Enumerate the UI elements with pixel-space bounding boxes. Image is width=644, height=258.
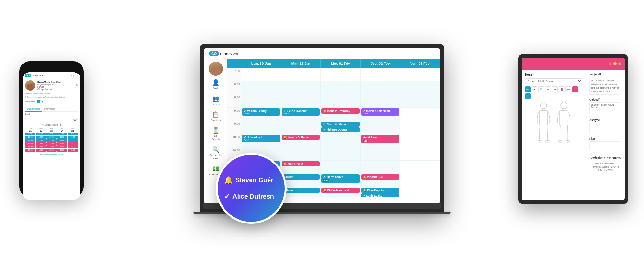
cell-thu-930 xyxy=(361,121,400,134)
cell-thu-1200[interactable]: 🔔 Élise Duprés ✓ Louis Lozito xyxy=(361,187,400,197)
slot[interactable]: 9:00 xyxy=(46,133,57,135)
time-830: 8:30 xyxy=(227,94,242,107)
slot[interactable]: 11:00 xyxy=(57,139,67,142)
phone-lang: English xyxy=(71,74,78,77)
cell-tue-1130: Cauvier xyxy=(281,174,321,187)
slot[interactable]: 14:00 xyxy=(46,145,57,148)
event-walid-akiki[interactable]: Walid Akiki 85$ xyxy=(361,135,399,143)
slot[interactable]: 9:00 xyxy=(68,133,78,135)
event-rivest[interactable]: N Rivest xyxy=(282,188,320,193)
cell-thu-800 xyxy=(361,81,400,94)
svg-rect-2 xyxy=(539,111,548,122)
drawing-select[interactable]: Examen Adulte Contour xyxy=(525,78,582,84)
cell-tue-900[interactable]: ✓ Laurie Blanchet Payé xyxy=(281,108,321,121)
slot[interactable]: 10:00 xyxy=(68,136,78,139)
cell-wed-930[interactable]: ✓ Charlotte Simard ✓ Philippe Daoust xyxy=(321,121,360,134)
slot[interactable]: 9:00 xyxy=(36,133,46,135)
cell-tue-830 xyxy=(281,94,321,107)
slot[interactable]: 13:00 xyxy=(25,142,35,145)
slot[interactable]: 11:00 xyxy=(46,139,57,142)
cell-wed-1130[interactable]: ✓ Pierre Sauvé 85$ xyxy=(321,174,360,187)
cell-wed-1200[interactable]: 🔔 Éloïse Marchand xyxy=(321,187,360,197)
tool-redo[interactable]: ↪ xyxy=(552,86,558,92)
cell-tue-730 xyxy=(281,68,321,81)
event-charlotte-simard[interactable]: ✓ Charlotte Simard xyxy=(321,122,359,127)
slot[interactable]: 15:00 xyxy=(36,149,46,152)
event-eloise-marchand[interactable]: 🔔 Éloïse Marchand xyxy=(321,188,359,193)
slot[interactable]: 10:00 xyxy=(57,136,67,139)
cell-thu-900[interactable]: ✓ Mélanie Falardeau Payé xyxy=(361,108,400,121)
tool-undo[interactable]: ↩ xyxy=(545,86,551,92)
phone-toggle[interactable] xyxy=(37,100,43,103)
cell-mon-1000[interactable]: ✓ Julie Albert Payé xyxy=(242,134,281,147)
tool-pencil[interactable]: ✏ xyxy=(525,86,531,92)
sidebar-item-dossiers[interactable]: 📋 Dossiers xyxy=(204,108,227,124)
phone-device: GO rendezvous English Rose-Marie Soulièr… xyxy=(19,61,84,197)
slot[interactable]: 13:00 xyxy=(46,142,57,145)
phone-tab-disponibilites[interactable]: Disponibilités xyxy=(25,107,42,112)
slot[interactable]: 15:00 xyxy=(57,149,67,152)
tablet-header xyxy=(522,58,625,70)
phone-clinic: Clinique Muvmā xyxy=(37,88,73,90)
slot[interactable]: 10:00 xyxy=(25,136,35,139)
event-loretta-di-paolo[interactable]: 🔔 Loretta Di Paolo xyxy=(282,135,320,140)
cell-fri-1130 xyxy=(400,174,440,187)
event-julie-albert[interactable]: ✓ Julie Albert Payé xyxy=(242,135,280,142)
cell-tue-1100[interactable]: 🔔 Marie Papin xyxy=(281,161,321,174)
slot[interactable]: 13:00 xyxy=(57,142,67,145)
slot[interactable]: 9:00 xyxy=(25,133,35,135)
event-melanie-falardeau[interactable]: ✓ Mélanie Falardeau Payé xyxy=(361,108,399,116)
event-william-landry[interactable]: ✓ William Landry Payé xyxy=(242,108,280,116)
slot[interactable]: 14:00 xyxy=(36,145,46,148)
cell-tue-1000[interactable]: 🔔 Loretta Di Paolo xyxy=(281,134,321,147)
slot[interactable]: 15:00 xyxy=(46,149,57,152)
slot[interactable]: 13:00 xyxy=(36,142,46,145)
slot[interactable]: 10:00 xyxy=(46,136,57,139)
event-elise-dupres[interactable]: 🔔 Élise Duprés xyxy=(361,188,399,193)
slot[interactable]: 9:00 xyxy=(57,133,67,135)
see-all-link[interactable]: Voir toutes les disponibilités xyxy=(25,153,78,156)
event-pierre-sauve[interactable]: ✓ Pierre Sauvé 85$ xyxy=(321,174,359,183)
tool-shape[interactable]: □ xyxy=(538,86,544,92)
cal-row-730: 7:30 xyxy=(227,68,440,81)
analyse-label: Analyse xyxy=(589,118,621,122)
sidebar-item-recherche[interactable]: 🔍 Recherche rendez xyxy=(204,144,227,163)
event-laurie-blanchet[interactable]: ✓ Laurie Blanchet Payé xyxy=(282,108,320,116)
slot[interactable]: 10:00 xyxy=(36,136,46,139)
event-vincent-sue[interactable]: 🔔 Vincent Sue xyxy=(361,174,399,180)
event-cauvier[interactable]: Cauvier xyxy=(282,174,320,180)
cell-wed-1100 xyxy=(321,161,360,174)
slot[interactable]: 11:00 xyxy=(36,139,46,142)
cell-thu-1000[interactable]: Walid Akiki 85$ xyxy=(361,134,400,147)
cell-tue-1200[interactable]: N Rivest xyxy=(281,187,321,197)
suivi-select[interactable] xyxy=(25,118,78,122)
tool-delete[interactable]: 🗑 xyxy=(559,86,564,92)
slot[interactable]: 11:00 xyxy=(25,139,35,142)
slot[interactable]: 11:00 xyxy=(68,139,78,142)
slot[interactable]: 15:00 xyxy=(68,149,78,152)
cell-wed-900[interactable]: 🔔 Isabelle Tremblay xyxy=(321,108,360,121)
slot[interactable]: 15:00 xyxy=(25,149,35,152)
slot[interactable]: 14:00 xyxy=(57,145,67,148)
event-marie-papin[interactable]: 🔔 Marie Papin xyxy=(282,161,320,166)
tool-color1[interactable] xyxy=(572,86,578,92)
cell-thu-1130[interactable]: 🔔 Vincent Sue xyxy=(361,174,400,187)
slot[interactable]: 14:00 xyxy=(25,145,35,148)
slot[interactable]: 13:00 xyxy=(68,142,78,145)
cell-mon-900[interactable]: ✓ William Landry Payé xyxy=(242,108,281,121)
tool-pen[interactable]: ✒ xyxy=(532,86,537,92)
edit-icon[interactable]: ✎ xyxy=(75,84,78,87)
sidebar-item-attente[interactable]: ⏳ Liste d'attente xyxy=(204,124,227,144)
sidebar-item-clients[interactable]: 👥 Clients xyxy=(204,93,227,109)
event-philippe-daoust[interactable]: ✓ Philippe Daoust xyxy=(321,127,359,132)
next-week-arrow[interactable]: ▶ xyxy=(60,124,62,126)
tool-line[interactable]: — xyxy=(565,86,571,92)
event-isabelle-tremblay[interactable]: 🔔 Isabelle Tremblay xyxy=(321,108,359,114)
tool-color2[interactable] xyxy=(525,93,531,99)
phone-tab-information[interactable]: Information xyxy=(42,107,57,111)
sidebar-item-profil[interactable]: 👤 Profil xyxy=(204,76,227,93)
slot[interactable]: 14:00 xyxy=(68,145,78,148)
event-louis-lozito[interactable]: ✓ Louis Lozito xyxy=(361,193,399,197)
cell-fri-930 xyxy=(400,121,440,134)
prev-week-arrow[interactable]: ◀ xyxy=(42,124,43,126)
